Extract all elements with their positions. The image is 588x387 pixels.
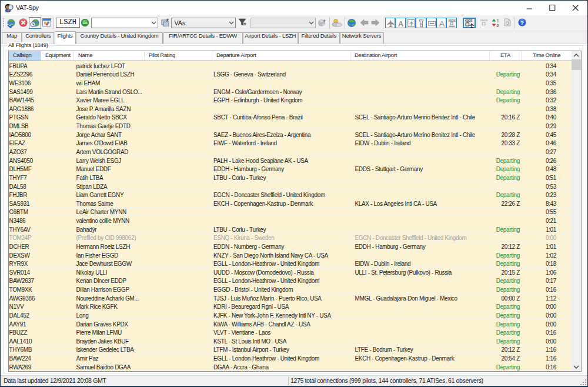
svg-text:KBOS: KBOS <box>465 19 472 22</box>
svg-text:KBOS: KBOS <box>480 19 487 22</box>
svg-text:KBOS: KBOS <box>449 19 456 22</box>
svg-text:Go: Go <box>82 21 88 25</box>
svg-text:1: 1 <box>497 18 499 22</box>
svg-text:2: 2 <box>497 23 499 27</box>
svg-text:A: A <box>398 20 403 28</box>
svg-text:A: A <box>439 19 445 28</box>
svg-text:?: ? <box>520 19 524 26</box>
